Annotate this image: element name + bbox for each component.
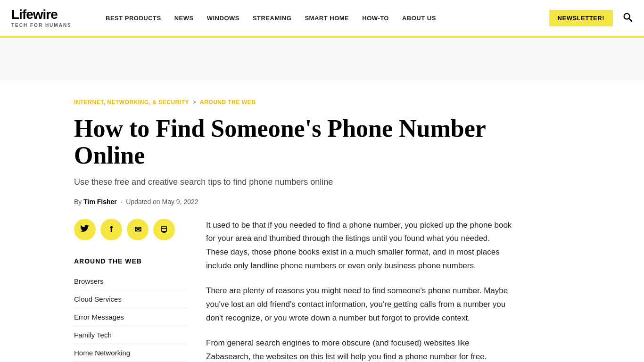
nav-item-windows[interactable]: WINDOWS (207, 15, 239, 22)
print-button[interactable] (153, 219, 175, 240)
author-link[interactable]: Tim Fisher (83, 198, 117, 206)
email-share-button[interactable]: ✉ (127, 219, 149, 240)
twitter-share-button[interactable] (74, 219, 96, 240)
facebook-share-button[interactable]: f (100, 219, 122, 240)
sidebar-nav-list: BrowsersCloud ServicesError MessagesFami… (74, 272, 187, 362)
newsletter-button[interactable]: NEWSLETTER! (549, 10, 613, 26)
logo-text: Lifewire (11, 8, 87, 21)
content-layout: f ✉ AROUND THE WEB BrowsersCloud Service… (74, 219, 570, 362)
article-body: It used to be that if you needed to find… (206, 219, 512, 362)
sidebar-item-home-networking[interactable]: Home Networking (74, 344, 187, 362)
nav-item-streaming[interactable]: STREAMING (253, 15, 292, 22)
breadcrumb: INTERNET, NETWORKING, & SECURITY > AROUN… (74, 99, 570, 106)
breadcrumb-current[interactable]: AROUND THE WEB (200, 99, 256, 106)
article-paragraph-3: From general search engines to more obsc… (206, 337, 512, 362)
sidebar: f ✉ AROUND THE WEB BrowsersCloud Service… (74, 219, 187, 362)
nav-item-smart-home[interactable]: SMART HOME (305, 15, 349, 22)
main-container: INTERNET, NETWORKING, & SECURITY > AROUN… (63, 80, 581, 362)
nav-item-how-to[interactable]: HOW-TO (362, 15, 389, 22)
article-title: How to Find Someone's Phone Number Onlin… (74, 115, 498, 169)
updated-date: Updated on May 9, 2022 (126, 198, 198, 206)
svg-rect-2 (162, 228, 166, 231)
sidebar-section-title: AROUND THE WEB (74, 257, 187, 265)
logo-tagline: TECH FOR HUMANS (11, 23, 87, 28)
site-header: Lifewire TECH FOR HUMANS BEST PRODUCTSNE… (0, 0, 644, 38)
by-label: By (74, 198, 82, 206)
article-meta: By Tim Fisher · Updated on May 9, 2022 (74, 198, 570, 206)
svg-line-1 (629, 18, 632, 21)
breadcrumb-separator: > (193, 99, 196, 106)
breadcrumb-parent[interactable]: INTERNET, NETWORKING, & SECURITY (74, 99, 189, 106)
ad-banner (0, 38, 644, 80)
main-nav: BEST PRODUCTSNEWSWINDOWSSTREAMINGSMART H… (106, 15, 549, 22)
article-subtitle: Use these free and creative search tips … (74, 176, 428, 188)
nav-item-news[interactable]: NEWS (174, 15, 194, 22)
nav-item-about-us[interactable]: ABOUT US (402, 15, 436, 22)
logo-area[interactable]: Lifewire TECH FOR HUMANS (11, 8, 87, 28)
social-buttons: f ✉ (74, 219, 187, 240)
article-paragraph-1: It used to be that if you needed to find… (206, 219, 512, 273)
sidebar-item-browsers[interactable]: Browsers (74, 272, 187, 290)
sidebar-item-cloud-services[interactable]: Cloud Services (74, 290, 187, 308)
search-button[interactable] (622, 12, 633, 24)
article-paragraph-2: There are plenty of reasons you might ne… (206, 284, 512, 325)
sidebar-item-family-tech[interactable]: Family Tech (74, 326, 187, 344)
nav-item-best-products[interactable]: BEST PRODUCTS (106, 15, 161, 22)
sidebar-item-error-messages[interactable]: Error Messages (74, 308, 187, 326)
